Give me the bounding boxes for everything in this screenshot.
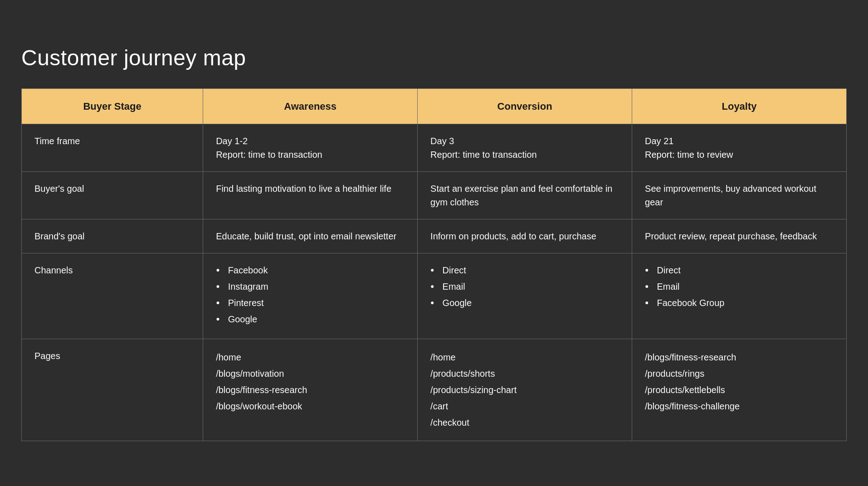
timeframe-loyalty: Day 21Report: time to review	[632, 124, 847, 171]
pages-loyalty: /blogs/fitness-research/products/rings/p…	[632, 339, 847, 441]
label-timeframe: Time frame	[22, 124, 203, 171]
timeframe-conversion-text: Day 3Report: time to transaction	[430, 136, 537, 160]
pages-awareness-content: /home/blogs/motivation/blogs/fitness-res…	[216, 349, 405, 414]
label-buyers-goal: Buyer's goal	[22, 171, 203, 219]
timeframe-loyalty-text: Day 21Report: time to review	[645, 136, 733, 160]
list-item: Google	[430, 296, 619, 310]
channels-awareness: Facebook Instagram Pinterest Google	[203, 253, 418, 339]
pages-conversion: /home/products/shorts/products/sizing-ch…	[418, 339, 632, 441]
list-item: Facebook	[216, 263, 405, 277]
pages-loyalty-content: /blogs/fitness-research/products/rings/p…	[645, 349, 834, 414]
table-row-pages: Pages /home/blogs/motivation/blogs/fitne…	[22, 339, 847, 441]
brands-goal-conversion: Inform on products, add to cart, purchas…	[418, 219, 632, 253]
buyers-goal-loyalty: See improvements, buy advanced workout g…	[632, 171, 847, 219]
list-item: Google	[216, 312, 405, 326]
list-item: Facebook Group	[645, 296, 834, 310]
list-item: Email	[430, 280, 619, 293]
brands-goal-awareness: Educate, build trust, opt into email new…	[203, 219, 418, 253]
buyers-goal-awareness: Find lasting motivation to live a health…	[203, 171, 418, 219]
header-loyalty: Loyalty	[632, 88, 847, 124]
header-buyer-stage: Buyer Stage	[22, 88, 203, 124]
page-container: Customer journey map Buyer Stage Awarene…	[21, 27, 847, 459]
channels-conversion-list: Direct Email Google	[430, 263, 619, 310]
label-brands-goal: Brand's goal	[22, 219, 203, 253]
label-channels: Channels	[22, 253, 203, 339]
buyers-goal-conversion: Start an exercise plan and feel comforta…	[418, 171, 632, 219]
brands-goal-loyalty: Product review, repeat purchase, feedbac…	[632, 219, 847, 253]
header-conversion: Conversion	[418, 88, 632, 124]
list-item: Email	[645, 280, 834, 293]
list-item: Direct	[430, 263, 619, 277]
label-pages: Pages	[22, 339, 203, 441]
list-item: Pinterest	[216, 296, 405, 310]
header-row: Buyer Stage Awareness Conversion Loyalty	[22, 88, 847, 124]
channels-loyalty: Direct Email Facebook Group	[632, 253, 847, 339]
timeframe-conversion: Day 3Report: time to transaction	[418, 124, 632, 171]
list-item: Instagram	[216, 280, 405, 293]
list-item: Direct	[645, 263, 834, 277]
channels-loyalty-list: Direct Email Facebook Group	[645, 263, 834, 310]
table-row-buyers-goal: Buyer's goal Find lasting motivation to …	[22, 171, 847, 219]
journey-table: Buyer Stage Awareness Conversion Loyalty…	[21, 88, 847, 441]
page-title: Customer journey map	[21, 45, 847, 70]
table-row-brands-goal: Brand's goal Educate, build trust, opt i…	[22, 219, 847, 253]
timeframe-awareness: Day 1-2Report: time to transaction	[203, 124, 418, 171]
table-row-timeframe: Time frame Day 1-2Report: time to transa…	[22, 124, 847, 171]
header-awareness: Awareness	[203, 88, 418, 124]
table-row-channels: Channels Facebook Instagram Pinterest Go…	[22, 253, 847, 339]
pages-conversion-content: /home/products/shorts/products/sizing-ch…	[430, 349, 619, 431]
channels-awareness-list: Facebook Instagram Pinterest Google	[216, 263, 405, 326]
timeframe-awareness-text: Day 1-2Report: time to transaction	[216, 136, 322, 160]
channels-conversion: Direct Email Google	[418, 253, 632, 339]
pages-awareness: /home/blogs/motivation/blogs/fitness-res…	[203, 339, 418, 441]
